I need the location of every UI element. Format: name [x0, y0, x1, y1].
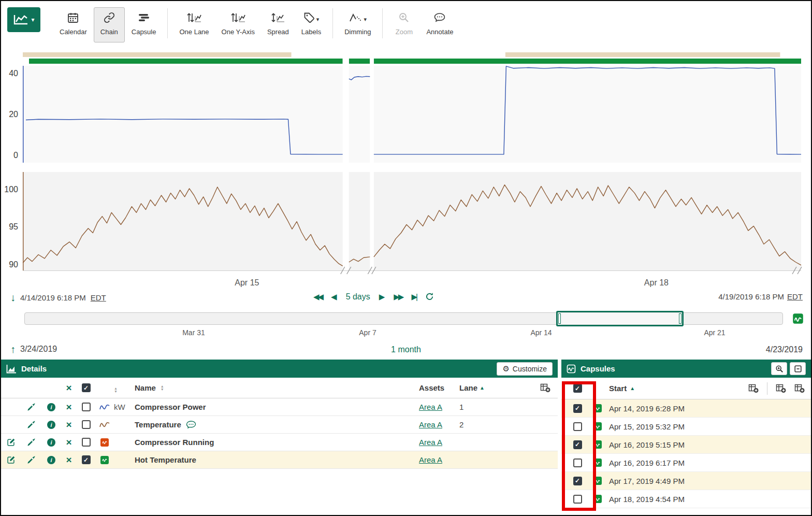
- display-range-duration[interactable]: 5 days: [346, 293, 370, 301]
- add-property-column-icon[interactable]: [776, 383, 786, 393]
- shrink-range-button[interactable]: ↓: [10, 292, 16, 303]
- item-name[interactable]: Compressor Running: [135, 438, 214, 447]
- selection-right-handle[interactable]: [679, 313, 682, 324]
- investigate-icon[interactable]: [27, 403, 36, 411]
- capsule-time-button[interactable]: [792, 313, 804, 326]
- item-name[interactable]: Hot Temperature: [135, 455, 196, 464]
- collapse-panel-button[interactable]: [790, 362, 806, 375]
- step-to-end-button[interactable]: ▶|: [411, 293, 416, 300]
- capsule-checkbox[interactable]: [573, 495, 582, 504]
- add-column-icon[interactable]: [748, 383, 759, 393]
- capsule-row[interactable]: Apr 16, 2019 5:15 PM: [561, 436, 811, 454]
- capsule-start-time[interactable]: Apr 15, 2019 5:32 PM: [609, 422, 811, 431]
- column-header-assets[interactable]: Assets: [419, 383, 444, 392]
- asset-link[interactable]: Area A: [419, 403, 442, 411]
- display-range-start-timezone[interactable]: EDT: [91, 293, 106, 302]
- column-header-name[interactable]: Name: [135, 383, 156, 392]
- capsule-start-time[interactable]: Apr 16, 2019 5:15 PM: [609, 440, 811, 449]
- capsule-start-time[interactable]: Apr 17, 2019 4:49 PM: [609, 477, 811, 485]
- refresh-button[interactable]: [425, 292, 434, 301]
- capsule-row[interactable]: Apr 18, 2019 4:54 PM: [561, 490, 811, 508]
- toolbar-button-dimming[interactable]: Dimming: [339, 7, 376, 42]
- capsule-row[interactable]: Apr 15, 2019 5:32 PM: [561, 418, 811, 436]
- selection-left-handle[interactable]: [558, 313, 561, 324]
- item-name[interactable]: Temperature: [135, 420, 181, 429]
- capsule-row[interactable]: Apr 16, 2019 6:17 PM: [561, 454, 811, 472]
- remove-all-icon[interactable]: ×: [66, 383, 71, 393]
- info-icon[interactable]: i: [47, 421, 55, 429]
- investigate-range-duration[interactable]: 1 month: [391, 345, 421, 354]
- column-header-lane[interactable]: Lane: [459, 383, 477, 392]
- capsule-row[interactable]: Apr 14, 2019 6:28 PM: [561, 399, 811, 418]
- details-row-compressor-running[interactable]: i × Compressor Running Area A: [1, 434, 558, 451]
- display-range-end-timezone[interactable]: EDT: [787, 292, 803, 301]
- toolbar-button-calendar[interactable]: Calendar: [54, 7, 93, 42]
- details-row-hot-temperature[interactable]: i × Hot Temperature Area A: [1, 451, 558, 469]
- investigate-icon[interactable]: [27, 420, 36, 429]
- remove-icon[interactable]: ×: [66, 402, 71, 412]
- remove-icon[interactable]: ×: [66, 437, 71, 447]
- remove-icon[interactable]: ×: [66, 455, 71, 465]
- capsule-start-time[interactable]: Apr 16, 2019 6:17 PM: [609, 458, 811, 467]
- sort-asc-icon[interactable]: [480, 385, 485, 391]
- column-header-start[interactable]: Start: [609, 384, 627, 393]
- jump-back-button[interactable]: ◀◀: [313, 293, 322, 300]
- edit-icon[interactable]: [7, 455, 16, 464]
- toolbar-button-one-y-axis[interactable]: One Y-Axis: [216, 7, 260, 42]
- capsule-checkbox[interactable]: [573, 458, 582, 467]
- zoom-to-capsule-button[interactable]: [771, 362, 787, 375]
- capsule-start-time[interactable]: Apr 18, 2019 4:54 PM: [609, 495, 811, 504]
- details-row-temperature[interactable]: i × Temperature Area A 2: [1, 416, 558, 434]
- timeline-selection-window[interactable]: [556, 311, 684, 326]
- capsule-checkbox[interactable]: [573, 477, 582, 485]
- sort-name-icon[interactable]: [161, 385, 164, 391]
- investigate-icon[interactable]: [27, 455, 36, 464]
- asset-link[interactable]: Area A: [419, 438, 442, 447]
- investigate-range-end[interactable]: 4/23/2019: [766, 345, 803, 354]
- trend-chart-area[interactable]: 020409095100Apr 15Apr 18: [1, 48, 812, 291]
- asset-link[interactable]: Area A: [419, 420, 442, 429]
- add-column-icon[interactable]: [540, 383, 550, 393]
- row-checkbox[interactable]: [82, 403, 91, 411]
- investigate-icon[interactable]: [27, 438, 36, 447]
- details-row-compressor-power[interactable]: i × kW Compressor Power Area A 1: [1, 398, 558, 416]
- asset-link[interactable]: Area A: [419, 455, 442, 464]
- row-checkbox[interactable]: [82, 420, 91, 429]
- toolbar-button-one-lane[interactable]: One Lane: [173, 7, 214, 42]
- customize-button[interactable]: ⚙ Customize: [497, 362, 553, 376]
- investigate-range-start[interactable]: 3/24/2019: [20, 345, 57, 354]
- edit-icon[interactable]: [7, 438, 16, 447]
- add-stat-column-icon[interactable]: [794, 383, 805, 393]
- remove-icon[interactable]: ×: [66, 420, 71, 429]
- comment-icon[interactable]: [186, 421, 196, 429]
- capsule-checkbox[interactable]: [573, 404, 582, 413]
- capsule-start-time[interactable]: Apr 14, 2019 6:28 PM: [609, 404, 811, 413]
- expand-range-button[interactable]: ↑: [10, 344, 16, 354]
- toolbar-button-chain[interactable]: Chain: [94, 7, 125, 42]
- toolbar-button-annotate[interactable]: Annotate: [421, 7, 459, 42]
- info-icon[interactable]: i: [47, 456, 55, 464]
- info-icon[interactable]: i: [47, 403, 55, 411]
- item-name[interactable]: Compressor Power: [135, 403, 206, 411]
- worksheet-view-selector[interactable]: [7, 7, 40, 32]
- select-all-capsules-checkbox[interactable]: [573, 384, 582, 393]
- toolbar-button-labels[interactable]: Labels: [296, 7, 327, 42]
- display-range-start[interactable]: 4/14/2019 6:18 PM: [20, 293, 86, 302]
- info-icon[interactable]: i: [47, 438, 55, 447]
- sort-type-icon[interactable]: [114, 387, 118, 393]
- toolbar-button-spread[interactable]: Spread: [262, 7, 295, 42]
- toolbar-button-capsule[interactable]: Capsule: [126, 7, 162, 42]
- step-forward-button[interactable]: ▶: [379, 293, 385, 300]
- row-checkbox[interactable]: [82, 438, 91, 447]
- toolbar-button-zoom[interactable]: Zoom: [388, 7, 419, 42]
- svg-text:Apr 18: Apr 18: [644, 278, 669, 287]
- select-all-checkbox[interactable]: [82, 383, 91, 392]
- row-checkbox[interactable]: [82, 455, 91, 464]
- jump-forward-button[interactable]: ▶▶: [394, 293, 402, 300]
- sort-asc-icon[interactable]: [630, 385, 635, 391]
- step-back-button[interactable]: ◀: [331, 293, 337, 300]
- display-range-end[interactable]: 4/19/2019 6:18 PM: [718, 292, 784, 301]
- capsule-checkbox[interactable]: [573, 440, 582, 449]
- capsule-checkbox[interactable]: [573, 422, 582, 431]
- capsule-row[interactable]: Apr 17, 2019 4:49 PM: [561, 472, 811, 490]
